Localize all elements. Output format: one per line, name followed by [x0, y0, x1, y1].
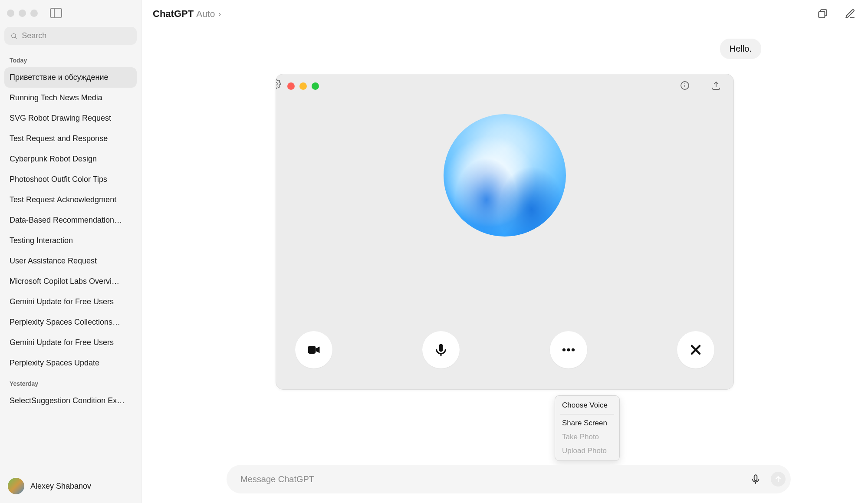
sidebar-item[interactable]: Cyberpunk Robot Design: [4, 149, 137, 169]
composer-input[interactable]: [240, 474, 740, 484]
traffic-minimize-icon[interactable]: [19, 10, 26, 17]
sidebar-item[interactable]: SVG Robot Drawing Request: [4, 108, 137, 128]
svg-rect-2: [819, 12, 825, 18]
window-traffic-lights: [7, 10, 46, 17]
info-icon[interactable]: [680, 80, 691, 92]
chevron-right-icon: ›: [218, 10, 221, 19]
close-button[interactable]: [677, 331, 714, 368]
voice-mode-window: [276, 74, 734, 390]
overlapping-windows-icon[interactable]: [816, 7, 829, 20]
svg-point-11: [562, 348, 566, 351]
search-field[interactable]: [22, 31, 131, 40]
svg-point-6: [684, 83, 685, 84]
sidebar-item[interactable]: Gemini Update for Free Users: [4, 332, 137, 353]
sidebar-item[interactable]: Test Request Acknowledgment: [4, 190, 137, 210]
top-actions: [816, 7, 857, 20]
sidebar-item[interactable]: Running Tech News Media: [4, 88, 137, 108]
svg-point-3: [276, 82, 277, 85]
svg-point-13: [572, 348, 575, 351]
search-wrap: [4, 27, 137, 45]
svg-rect-16: [754, 475, 757, 480]
traffic-minimize-icon[interactable]: [299, 82, 307, 90]
compose-icon[interactable]: [844, 7, 857, 20]
sidebar-item[interactable]: Perplexity Spaces Update: [4, 353, 137, 373]
model-selector[interactable]: ChatGPT Auto ›: [153, 8, 221, 20]
sidebar-footer[interactable]: Alexey Shabanov: [3, 472, 138, 500]
sidebar-item[interactable]: Gemini Update for Free Users: [4, 292, 137, 312]
app-title: ChatGPT: [153, 8, 194, 20]
toggle-sidebar-icon[interactable]: [50, 8, 62, 18]
user-message-bubble: Hello.: [720, 39, 761, 59]
traffic-close-icon[interactable]: [7, 10, 14, 17]
voice-window-bar: [276, 74, 733, 98]
topbar: ChatGPT Auto ›: [141, 0, 868, 28]
voice-window-actions: [680, 80, 722, 92]
upload-icon[interactable]: [711, 80, 722, 92]
popup-separator: [560, 414, 614, 414]
sidebar-item[interactable]: Microsoft Copilot Labs Overvi…: [4, 271, 137, 292]
section-today: Today: [4, 50, 137, 67]
send-button[interactable]: [771, 472, 786, 487]
voice-traffic-lights: [287, 82, 319, 90]
more-popup-menu: Choose Voice Share Screen Take Photo Upl…: [555, 395, 620, 461]
popup-take-photo: Take Photo: [558, 430, 617, 444]
sidebar-item[interactable]: Data-Based Recommendation…: [4, 210, 137, 230]
content: Hello.: [141, 28, 868, 503]
popup-choose-voice[interactable]: Choose Voice: [558, 398, 617, 412]
sidebar-scroll: Today Приветствие и обсуждение Running T…: [3, 47, 138, 472]
video-button[interactable]: [295, 331, 332, 368]
sidebar-item[interactable]: Test Request and Response: [4, 128, 137, 149]
voice-controls: [276, 331, 733, 368]
voice-orb: [444, 114, 566, 237]
settings-peek-icon[interactable]: [276, 79, 281, 89]
sidebar-item[interactable]: Приветствие и обсуждение: [4, 67, 137, 88]
traffic-zoom-icon[interactable]: [30, 10, 38, 17]
popup-share-screen[interactable]: Share Screen: [558, 416, 617, 430]
username: Alexey Shabanov: [30, 482, 91, 491]
svg-rect-8: [308, 346, 316, 354]
microphone-button[interactable]: [422, 331, 460, 368]
svg-point-12: [567, 348, 570, 351]
sidebar-item[interactable]: SelectSuggestion Condition Ex…: [4, 391, 137, 411]
avatar: [8, 478, 24, 494]
composer[interactable]: [227, 465, 791, 493]
app-mode: Auto: [196, 9, 215, 19]
search-input[interactable]: [4, 27, 137, 45]
main: ChatGPT Auto › Hello.: [141, 0, 868, 503]
more-button[interactable]: [550, 331, 587, 368]
microphone-icon[interactable]: [748, 472, 763, 487]
sidebar-item[interactable]: Testing Interaction: [4, 230, 137, 251]
section-yesterday: Yesterday: [4, 373, 137, 391]
traffic-close-icon[interactable]: [287, 82, 295, 90]
composer-wrap: [227, 465, 791, 493]
svg-point-0: [12, 33, 16, 38]
popup-upload-photo: Upload Photo: [558, 444, 617, 458]
svg-rect-9: [439, 344, 443, 352]
sidebar-item[interactable]: User Assistance Request: [4, 251, 137, 271]
sidebar-item[interactable]: Perplexity Spaces Collections…: [4, 312, 137, 332]
sidebar-titlebar: [3, 3, 138, 23]
traffic-zoom-icon[interactable]: [312, 82, 319, 90]
svg-line-1: [15, 37, 16, 39]
sidebar-item[interactable]: Photoshoot Outfit Color Tips: [4, 169, 137, 190]
search-icon: [10, 32, 17, 40]
sidebar: Today Приветствие и обсуждение Running T…: [0, 0, 141, 503]
